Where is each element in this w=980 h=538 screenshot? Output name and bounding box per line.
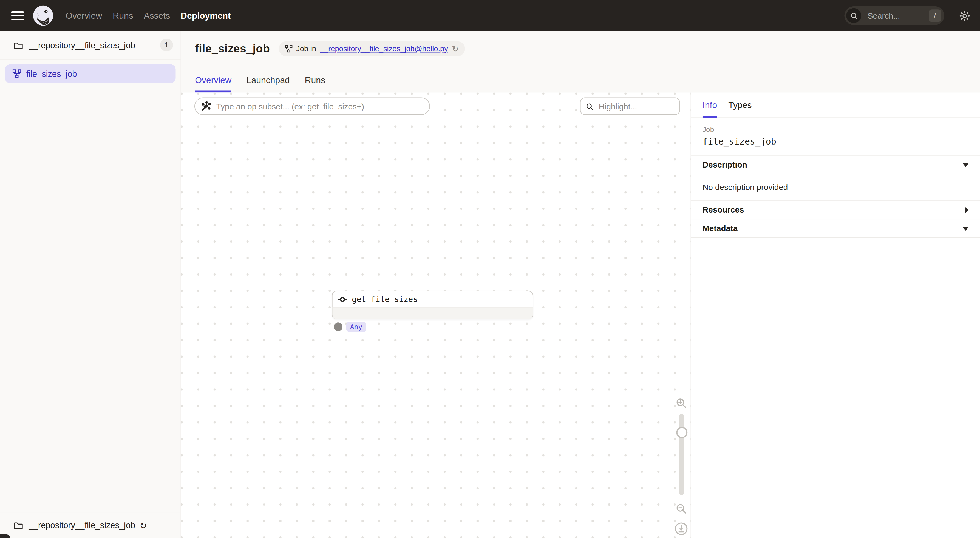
repository-group-row[interactable]: __repository__file_sizes_job 1 — [0, 31, 181, 59]
global-search[interactable]: / — [844, 6, 944, 25]
tab-launchpad[interactable]: Launchpad — [247, 75, 290, 93]
panel-tab-types[interactable]: Types — [728, 100, 752, 118]
output-type-badge[interactable]: Any — [346, 322, 366, 332]
job-field-value: file_sizes_job — [703, 136, 969, 146]
job-page-header: file_sizes_job Job in __repository__file… — [181, 31, 980, 92]
job-icon — [285, 45, 292, 53]
section-resources[interactable]: Resources — [691, 201, 980, 220]
nav-link-deployment[interactable]: Deployment — [181, 11, 231, 21]
fit-view-icon[interactable] — [674, 522, 688, 536]
job-field-label: Job — [703, 126, 969, 133]
corner-artifact — [0, 535, 10, 538]
section-metadata[interactable]: Metadata — [691, 220, 980, 238]
job-context-pill: Job in __repository__file_sizes_job@hell… — [278, 41, 465, 56]
op-icon — [337, 294, 347, 304]
search-icon — [586, 102, 594, 110]
zoom-slider-track[interactable] — [679, 414, 684, 495]
settings-gear-icon[interactable] — [959, 10, 970, 21]
op-node-label: get_file_sizes — [352, 294, 418, 304]
sidebar-item-file-sizes-job[interactable]: file_sizes_job — [5, 64, 175, 83]
nav-link-overview[interactable]: Overview — [65, 11, 102, 21]
primary-nav: Overview Runs Assets Deployment — [65, 11, 231, 21]
job-context-prefix: Job in — [296, 45, 316, 53]
highlight-input[interactable] — [598, 101, 669, 111]
description-body: No description provided — [691, 174, 980, 201]
op-graph-canvas[interactable]: get_file_sizes Any — [181, 92, 691, 538]
hamburger-menu-icon[interactable] — [11, 11, 24, 20]
section-metadata-title: Metadata — [703, 224, 963, 233]
chevron-right-icon — [965, 207, 969, 213]
search-input[interactable] — [866, 10, 924, 21]
repository-link[interactable]: __repository__file_sizes_job@hello.py — [320, 45, 448, 53]
dagster-app: Overview Runs Assets Deployment / — [0, 0, 980, 538]
sidebar-footer-repository: __repository__file_sizes_job ↻ — [0, 512, 181, 538]
chevron-down-icon — [963, 226, 969, 230]
info-panel: Info Types Job file_sizes_job Descriptio… — [691, 92, 980, 538]
job-tabs: Overview Launchpad Runs — [195, 75, 325, 93]
zoom-out-icon[interactable] — [676, 503, 687, 514]
search-icon — [846, 8, 861, 23]
zoom-in-icon[interactable] — [676, 398, 687, 409]
section-description[interactable]: Description — [691, 156, 980, 174]
repository-group-label: __repository__file_sizes_job — [29, 40, 160, 49]
top-navbar: Overview Runs Assets Deployment / — [0, 0, 980, 31]
op-subset-selector[interactable] — [194, 98, 430, 115]
chevron-down-icon — [963, 163, 969, 167]
reload-repository-icon[interactable]: ↻ — [140, 521, 147, 530]
folder-icon — [14, 41, 23, 49]
tab-overview[interactable]: Overview — [195, 75, 231, 93]
job-icon — [13, 69, 21, 78]
job-count-badge: 1 — [160, 39, 173, 51]
highlight-search[interactable] — [580, 98, 680, 115]
panel-tab-info[interactable]: Info — [703, 100, 717, 118]
refresh-icon[interactable]: ↻ — [452, 45, 459, 53]
page-title: file_sizes_job — [195, 42, 270, 56]
nav-link-runs[interactable]: Runs — [113, 11, 133, 21]
op-node-body — [332, 307, 533, 320]
sidebar-item-label: file_sizes_job — [26, 69, 77, 78]
sidebar-footer-label: __repository__file_sizes_job — [29, 521, 135, 530]
folder-icon — [14, 521, 23, 530]
nav-link-assets[interactable]: Assets — [144, 11, 170, 21]
job-info-block: Job file_sizes_job — [691, 118, 980, 156]
op-node-get-file-sizes[interactable]: get_file_sizes — [332, 291, 533, 320]
op-subset-input[interactable] — [215, 101, 418, 111]
search-shortcut-badge: / — [929, 10, 941, 22]
panel-tabs: Info Types — [691, 92, 980, 118]
dagster-logo-icon[interactable] — [33, 6, 53, 26]
left-sidebar: __repository__file_sizes_job 1 file_size… — [0, 31, 181, 538]
op-output-handle[interactable] — [334, 323, 342, 331]
zoom-slider-handle[interactable] — [676, 427, 687, 438]
tab-runs[interactable]: Runs — [305, 75, 326, 93]
op-selector-icon — [201, 101, 211, 111]
section-resources-title: Resources — [703, 205, 965, 215]
section-description-title: Description — [703, 160, 963, 169]
